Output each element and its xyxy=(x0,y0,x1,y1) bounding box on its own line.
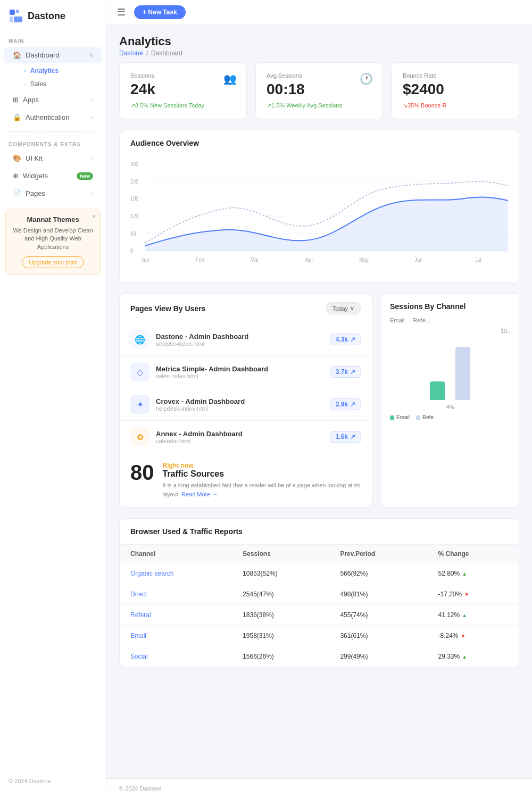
svg-text:180: 180 xyxy=(130,196,139,202)
channel-link[interactable]: Organic search xyxy=(130,570,173,577)
hamburger-icon[interactable]: ☰ xyxy=(117,6,126,18)
logo-icon xyxy=(9,9,23,23)
today-filter-button[interactable]: Today ∨ xyxy=(326,302,361,314)
legend-email: Email xyxy=(390,414,410,420)
clock-icon: 🕐 xyxy=(360,72,373,85)
svg-text:Apr: Apr xyxy=(305,257,313,263)
sessions-change: ↗8.5% New Sessions Today xyxy=(130,102,236,109)
bounce-value: $2400 xyxy=(403,81,508,98)
page-views-1[interactable]: 4.3k ↗ xyxy=(330,334,361,345)
avg-sessions-label: Avg.Sessions xyxy=(267,72,372,79)
new-task-button[interactable]: + New Task xyxy=(134,5,186,19)
page-url-3: helpdesk-index.html xyxy=(156,405,323,412)
users-icon: 👥 xyxy=(223,72,237,85)
email-legend-label: Email xyxy=(396,414,410,420)
page-row-1: 🌐 Dastone - Admin Dashboard analytic-ind… xyxy=(120,323,372,355)
svg-text:120: 120 xyxy=(130,213,139,219)
page-icon-4: ✿ xyxy=(130,427,149,446)
channel-labels: Email Refe... xyxy=(390,317,510,323)
brand-name: Dastone xyxy=(28,11,65,22)
refe-legend-dot xyxy=(416,415,420,420)
sidebar-item-analytics[interactable]: Analytics xyxy=(19,64,106,77)
page-views-2[interactable]: 3.7k ↗ xyxy=(330,366,361,378)
pct-change-cell: 29.33%▲ xyxy=(427,646,519,667)
svg-text:Jan: Jan xyxy=(142,257,149,263)
traffic-section: 80 Right now Traffic Sources It is a lon… xyxy=(120,453,372,507)
right-now-label: Right now xyxy=(163,462,362,469)
today-label: Today xyxy=(332,305,348,312)
arrow-up-icon: ▲ xyxy=(462,612,467,618)
page-info-3: Crovex - Admin Dashboard helpdesk-index.… xyxy=(156,397,323,412)
prev-period-cell: 455(74%) xyxy=(329,605,427,626)
chevron-down-icon: ∨ xyxy=(89,52,93,58)
page-views-4[interactable]: 1.6k ↗ xyxy=(330,431,361,443)
channel-link[interactable]: Direct xyxy=(130,591,147,598)
sidebar-item-ui-kit[interactable]: 🎨 UI Kit › xyxy=(4,150,102,167)
table-row: Organic search10853(52%)566(92%)52.80%▲ xyxy=(120,563,519,584)
sidebar-item-authentication[interactable]: 🔒 Authentication › xyxy=(4,109,102,126)
logo: Dastone xyxy=(0,9,106,34)
breadcrumb: Dastone / Dashboard xyxy=(119,49,519,57)
refe-col-label: Refe... xyxy=(413,317,430,323)
widgets-icon: ⊕ xyxy=(13,172,19,180)
sidebar: Dastone MAIN 🏠 Dashboard ∨ Analytics Sal… xyxy=(0,0,106,798)
page-name-4: Annex - Admin Dashboard xyxy=(156,430,323,438)
page-row-2: ◇ Metrica Simple- Admin Dashboard sales-… xyxy=(120,355,372,388)
change-value: 52.80% xyxy=(438,570,460,577)
sidebar-item-pages[interactable]: 📄 Pages › xyxy=(4,185,102,202)
sidebar-item-widgets[interactable]: ⊕ Widgets New xyxy=(4,168,102,184)
pct-change-cell: -17.20%▼ xyxy=(427,584,519,605)
sidebar-pages-label: Pages xyxy=(26,189,45,197)
refe-bar-group xyxy=(455,347,470,400)
channel-link[interactable]: Referal xyxy=(130,611,151,619)
sessions-cell: 1566(26%) xyxy=(232,646,329,667)
lock-icon: 🔒 xyxy=(13,113,21,121)
table-row: Social1566(26%)299(49%)29.33%▲ xyxy=(120,646,519,667)
arrow-down-icon: ▼ xyxy=(464,592,469,597)
external-link-icon-4: ↗ xyxy=(350,433,355,440)
close-icon[interactable]: × xyxy=(92,212,96,220)
channel-link[interactable]: Social xyxy=(130,653,148,660)
sessions-cell: 1958(31%) xyxy=(232,626,329,646)
new-badge: New xyxy=(77,172,93,180)
sidebar-widgets-label: Widgets xyxy=(23,172,48,180)
breadcrumb-sep: / xyxy=(146,49,148,57)
bounce-label: Bounce Rate xyxy=(403,72,508,79)
chevron-right-icon-2: › xyxy=(92,114,93,120)
page-icon-2: ◇ xyxy=(130,362,149,381)
audience-overview-card: Audience Overview 300 240 180 120 60 0 xyxy=(119,130,519,282)
email-bar-group xyxy=(430,381,445,400)
traffic-number: 80 xyxy=(130,462,154,483)
page-info-4: Annex - Admin Dashboard calendar.html xyxy=(156,430,323,444)
svg-text:Feb: Feb xyxy=(196,257,204,263)
breadcrumb-current: Dashboard xyxy=(151,49,182,57)
chart-area: 300 240 180 120 60 0 xyxy=(120,147,519,282)
stat-cards: Sessions 24k ↗8.5% New Sessions Today 👥 … xyxy=(119,62,519,119)
sidebar-item-apps[interactable]: ⊞ Apps › xyxy=(4,92,102,108)
breadcrumb-home[interactable]: Dastone xyxy=(119,49,143,57)
sidebar-item-dashboard[interactable]: 🏠 Dashboard ∨ xyxy=(4,47,102,63)
browser-table-title: Browser Used & Traffic Reports xyxy=(120,519,519,545)
svg-text:60: 60 xyxy=(130,231,136,237)
sidebar-apps-label: Apps xyxy=(23,96,39,104)
channel-link[interactable]: Email xyxy=(130,632,146,639)
page-url-1: analytic-index.html xyxy=(156,340,323,347)
table-row: Direct2545(47%)498(81%)-17.20%▼ xyxy=(120,584,519,605)
page-views-3[interactable]: 2.9k ↗ xyxy=(330,398,361,410)
pct-change-cell: -8.24%▼ xyxy=(427,626,519,646)
channel-bar-area xyxy=(390,336,510,400)
email-bar xyxy=(430,381,445,400)
bounce-change: ↘35% Bounce R xyxy=(403,102,508,109)
pct-change-cell: 41.12%▲ xyxy=(427,605,519,626)
sidebar-footer: © 2024 Dastone xyxy=(0,772,106,789)
sidebar-item-sales[interactable]: Sales xyxy=(19,78,106,90)
sidebar-sub-dashboard: Analytics Sales xyxy=(0,64,106,91)
two-col-section: Pages View By Users Today ∨ 🌐 Dastone - … xyxy=(119,293,519,508)
external-link-icon: ↗ xyxy=(350,336,355,343)
table-row: Email1958(31%)361(61%)-8.24%▼ xyxy=(120,626,519,646)
upgrade-button[interactable]: Upgrade your plan xyxy=(22,256,84,268)
prev-period-cell: 299(49%) xyxy=(329,646,427,667)
read-more-link[interactable]: Read More → xyxy=(181,491,218,497)
svg-rect-2 xyxy=(10,16,13,22)
sidebar-uikit-label: UI Kit xyxy=(26,154,43,162)
